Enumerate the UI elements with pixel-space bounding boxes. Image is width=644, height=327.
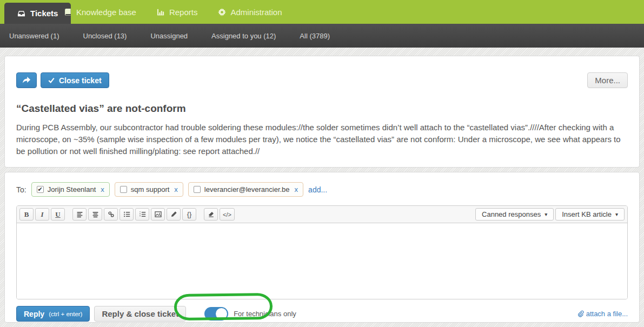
forward-ticket-button[interactable]: [16, 72, 37, 88]
toggle-knob: [216, 308, 227, 319]
insert-kb-article-label: Insert KB article: [562, 210, 612, 218]
bold-button[interactable]: B: [19, 208, 34, 221]
italic-button[interactable]: I: [35, 208, 49, 221]
code-braces-button[interactable]: {}: [182, 208, 196, 221]
nav-items: Knowledge base Reports Administration: [64, 0, 282, 24]
ticket-card: Close ticket More... “Castellated vias” …: [4, 56, 640, 168]
add-recipient-link[interactable]: add...: [308, 185, 327, 194]
paperclip-icon: [577, 310, 584, 317]
recipient-name: sqm support: [131, 185, 170, 193]
tab-knowledge-base[interactable]: Knowledge base: [64, 8, 136, 17]
close-ticket-label: Close ticket: [59, 76, 102, 85]
tab-administration-label: Administration: [230, 8, 282, 17]
close-ticket-button[interactable]: Close ticket: [41, 72, 109, 88]
ticket-actions: Close ticket More...: [16, 72, 628, 88]
image-icon: [155, 211, 162, 218]
remove-format-button[interactable]: [204, 208, 218, 221]
reply-button[interactable]: Reply (ctrl + enter): [16, 306, 90, 322]
reply-shortcut-hint: (ctrl + enter): [49, 311, 82, 317]
link-button[interactable]: [104, 208, 118, 221]
filter-unassigned[interactable]: Unassigned: [150, 32, 188, 40]
align-center-button[interactable]: [88, 208, 102, 221]
insert-image-button[interactable]: [151, 208, 165, 221]
tab-knowledge-base-label: Knowledge base: [76, 8, 136, 17]
caret-down-icon: ▾: [545, 211, 547, 217]
link-icon: [108, 211, 115, 218]
eraser-icon: [208, 211, 215, 218]
check-icon: [48, 77, 55, 83]
ticket-body: During PCB Assembly, our subcontractor h…: [16, 122, 628, 157]
filter-all[interactable]: All (3789): [300, 32, 330, 40]
filter-assigned-to-you[interactable]: Assigned to you (12): [211, 32, 276, 40]
reply-message-input[interactable]: [17, 223, 627, 299]
align-left-button[interactable]: [72, 208, 87, 221]
reply-editor: B I U: [16, 205, 628, 299]
recipient-checkbox-checked[interactable]: ✔: [37, 186, 44, 193]
page-background: Close ticket More... “Castellated vias” …: [0, 48, 644, 327]
tab-tickets[interactable]: Tickets: [4, 3, 71, 24]
unordered-list-icon: [123, 211, 130, 218]
ticket-filters-bar: Unanswered (1) Unclosed (13) Unassigned …: [0, 24, 644, 48]
forward-arrow-icon: [22, 77, 31, 84]
recipient-name: leverancier@leverancier.be: [204, 185, 290, 193]
more-button[interactable]: More...: [587, 72, 628, 88]
recipient-chip[interactable]: sqm support x: [115, 182, 183, 197]
insert-kb-article-button[interactable]: Insert KB article ▾: [555, 208, 625, 221]
main-nav: Tickets Knowledge base Reports Administr…: [0, 0, 644, 24]
tab-tickets-label: Tickets: [30, 9, 58, 18]
attach-file-link[interactable]: attach a file...: [577, 310, 628, 318]
pencil-button[interactable]: [167, 208, 181, 221]
reply-button-label: Reply: [24, 310, 44, 318]
ordered-list-icon: [139, 211, 146, 218]
unordered-list-button[interactable]: [119, 208, 134, 221]
administration-icon: [218, 8, 226, 16]
technicians-only-label: For technicians only: [234, 310, 296, 318]
remove-recipient-icon[interactable]: x: [174, 185, 178, 193]
filter-unanswered[interactable]: Unanswered (1): [9, 32, 59, 40]
caret-down-icon: ▾: [615, 211, 618, 217]
tickets-icon: [17, 9, 25, 17]
reply-and-close-button[interactable]: Reply & close ticket: [94, 306, 186, 322]
pencil-icon: [170, 211, 177, 218]
canned-responses-label: Canned responses: [482, 210, 541, 218]
ticket-title: “Castellated vias” are not-conform: [16, 103, 628, 115]
recipients-row: To: ✔ Jorijn Steenlant x sqm support x l…: [16, 182, 628, 197]
reply-card: To: ✔ Jorijn Steenlant x sqm support x l…: [4, 172, 640, 323]
recipient-checkbox-unchecked[interactable]: [194, 186, 201, 193]
to-label: To:: [16, 185, 26, 194]
reports-icon: [157, 8, 165, 16]
align-left-icon: [76, 211, 83, 218]
reply-footer: Reply (ctrl + enter) Reply & close ticke…: [16, 306, 628, 322]
recipient-chip[interactable]: leverancier@leverancier.be x: [188, 182, 303, 197]
tab-reports-label: Reports: [169, 8, 198, 17]
canned-responses-button[interactable]: Canned responses ▾: [475, 208, 554, 221]
tab-administration[interactable]: Administration: [218, 8, 282, 17]
attach-file-label: attach a file...: [586, 310, 628, 318]
technicians-only-toggle[interactable]: [204, 307, 228, 321]
underline-button[interactable]: U: [51, 208, 65, 221]
recipient-name: Jorijn Steenlant: [48, 185, 96, 193]
remove-recipient-icon[interactable]: x: [295, 185, 298, 193]
editor-toolbar: B I U: [17, 206, 627, 223]
recipient-chip[interactable]: ✔ Jorijn Steenlant x: [31, 182, 110, 197]
recipient-checkbox-unchecked[interactable]: [120, 186, 127, 193]
remove-recipient-icon[interactable]: x: [101, 185, 104, 193]
knowledge-base-icon: [64, 8, 72, 16]
align-center-icon: [92, 211, 99, 218]
filter-unclosed[interactable]: Unclosed (13): [83, 32, 127, 40]
source-code-button[interactable]: </>: [220, 208, 235, 221]
ordered-list-button[interactable]: [135, 208, 149, 221]
tab-reports[interactable]: Reports: [157, 8, 198, 17]
